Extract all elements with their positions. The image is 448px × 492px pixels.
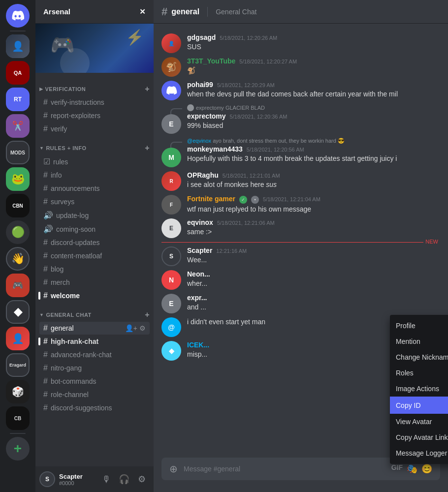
avatar[interactable]: E	[161, 218, 181, 238]
channel-report-exploiters[interactable]: # report-exploiters	[39, 109, 150, 122]
server-name: Arsenal	[43, 7, 70, 16]
channel-content-meatloaf[interactable]: # content-meatloaf	[39, 249, 150, 262]
server-icon-red[interactable]: 👤	[6, 327, 30, 350]
avatar[interactable]: E	[161, 114, 181, 134]
message-author: Fortnite gamer	[187, 195, 235, 203]
discord-home-icon[interactable]	[6, 4, 30, 28]
settings-button[interactable]: ⚙	[134, 471, 150, 487]
context-menu-item-view-avatar[interactable]: View Avatar	[390, 414, 448, 430]
message-group: N Neon... wher...	[154, 268, 448, 292]
avatar[interactable]: F	[161, 195, 181, 215]
context-menu-label: View Avatar	[396, 418, 432, 426]
channel-info[interactable]: # info	[39, 169, 150, 182]
category-rules-info[interactable]: ▼ RULES + INFO +	[35, 136, 154, 154]
message-text: SUS	[187, 42, 440, 52]
channel-update-log[interactable]: 🔊 update-log	[39, 209, 150, 222]
server-icon-purple[interactable]: ✂️	[6, 114, 30, 138]
server-icon-qa[interactable]: QA	[6, 61, 30, 85]
deafen-button[interactable]: 🎧	[116, 471, 132, 487]
speaker-icon: 🔊	[43, 211, 53, 220]
add-member-icon[interactable]: 👤+	[125, 324, 137, 332]
settings-icon[interactable]: ⚙	[139, 324, 146, 332]
unread-indicator	[38, 292, 40, 300]
category-add-button[interactable]: +	[145, 85, 150, 93]
avatar[interactable]: 👤	[161, 33, 181, 53]
category-verification[interactable]: ▶ VERIFICATION +	[35, 77, 154, 95]
message-timestamp: 5/18/2021, 12:21:01 AM	[223, 173, 280, 179]
server-icon-roblox[interactable]: 🎲	[6, 380, 30, 403]
channel-name: discord-updates	[51, 239, 100, 246]
avatar[interactable]	[161, 81, 181, 100]
server-banner-image: 🎮 ⚡	[35, 24, 154, 73]
avatar[interactable]: 🐒	[161, 57, 181, 77]
hash-icon: #	[43, 278, 48, 287]
channel-merch[interactable]: # merch	[39, 276, 150, 289]
channel-bot-commands[interactable]: # bot-commands	[39, 375, 150, 388]
context-menu-item-copy-id[interactable]: Copy ID 👆	[390, 397, 448, 414]
server-icon-cb[interactable]: CB	[6, 406, 30, 430]
avatar[interactable]: E	[161, 294, 181, 313]
channel-coming-soon[interactable]: 🔊 coming-soon	[39, 222, 150, 236]
channel-general[interactable]: # general 👤+ ⚙	[39, 322, 150, 335]
server-icon-cbn[interactable]: CBN	[6, 194, 30, 217]
context-menu-item-profile[interactable]: Profile	[390, 318, 448, 334]
channel-rules[interactable]: ☑ rules	[39, 155, 150, 168]
channel-advanced-rank-chat[interactable]: # advanced-rank-chat	[39, 348, 150, 361]
avatar[interactable]: N	[161, 270, 181, 290]
server-icon-hh[interactable]: 🎮	[6, 274, 30, 297]
context-menu-item-roles[interactable]: Roles ›	[390, 365, 448, 381]
channel-verify[interactable]: # verify	[39, 123, 150, 135]
sticker-icon[interactable]: 🎭	[407, 463, 417, 474]
avatar[interactable]: M	[161, 148, 181, 167]
message-group: pohai99 5/18/2021, 12:20:29 AM when the …	[154, 79, 448, 102]
user-avatar[interactable]: S	[39, 471, 55, 487]
category-rules-add-button[interactable]: +	[145, 144, 150, 153]
gif-icon[interactable]: GIF	[391, 463, 403, 474]
server-icon-diamond[interactable]: ◆	[6, 300, 30, 324]
message-text: 🐒	[187, 66, 440, 76]
avatar[interactable]: @	[161, 317, 181, 337]
server-icon-1[interactable]: 👤	[6, 34, 30, 58]
category-general-chat[interactable]: ▼ GENERAL CHAT +	[35, 303, 154, 321]
server-icon-frog[interactable]: 🐸	[6, 167, 30, 191]
reply-indicator: @eqvinox	[187, 138, 211, 144]
server-icon-active[interactable]: 🟢	[6, 220, 30, 244]
avatar[interactable]: R	[161, 171, 181, 191]
category-general-add-button[interactable]: +	[145, 310, 150, 319]
channel-nitro-gang[interactable]: # nitro-gang	[39, 362, 150, 374]
context-menu-label: Roles	[396, 369, 414, 377]
context-menu-item-message-logger[interactable]: Message Logger ›	[390, 445, 448, 461]
channel-announcements[interactable]: # announcements	[39, 182, 150, 195]
context-menu: Profile Mention Change Nickname Roles › …	[390, 315, 448, 464]
category-rules-label: ▼ RULES + INFO	[39, 145, 87, 151]
channel-blog[interactable]: # blog	[39, 263, 150, 276]
avatar[interactable]: S	[161, 246, 181, 266]
channel-welcome[interactable]: # welcome	[39, 289, 150, 302]
context-menu-item-image-actions[interactable]: Image Actions ›	[390, 381, 448, 397]
emoji-icon[interactable]: 😊	[421, 463, 432, 474]
channel-role-channel[interactable]: # role-channel	[39, 388, 150, 401]
avatar[interactable]: ◆	[161, 341, 181, 361]
server-icon-mods[interactable]: MODS	[6, 141, 30, 164]
message-text: and ...	[187, 303, 440, 312]
message-text: same :>	[187, 227, 440, 237]
channel-surveys[interactable]: # surveys	[39, 195, 150, 208]
channel-verify-instructions[interactable]: # verify-instructions	[39, 96, 150, 109]
server-icon-eragard[interactable]: Eragard	[6, 353, 30, 377]
context-menu-item-mention[interactable]: Mention	[390, 334, 448, 349]
message-content: Scapter 12:21:16 AM Wee...	[187, 246, 440, 266]
server-header[interactable]: Arsenal ✕	[35, 0, 154, 24]
mute-button[interactable]: 🎙	[98, 471, 114, 487]
channel-high-rank-chat[interactable]: # high-rank-chat	[39, 335, 150, 348]
channel-discord-suggestions[interactable]: # discord-suggestions	[39, 401, 150, 414]
message-author: expr...	[187, 294, 207, 302]
add-server-button[interactable]: +	[6, 437, 30, 461]
context-menu-item-change-nickname[interactable]: Change Nickname	[390, 349, 448, 365]
context-menu-item-copy-avatar-link[interactable]: Copy Avatar Link	[390, 430, 448, 445]
server-icon-rt[interactable]: RT	[6, 88, 30, 111]
server-icon-wave[interactable]: 👋	[6, 247, 30, 271]
add-attachment-icon[interactable]: ⊕	[169, 463, 178, 475]
message-author: gdgsagd	[187, 33, 216, 41]
message-text: i see alot of monkes here sus	[187, 180, 440, 190]
channel-discord-updates[interactable]: # discord-updates	[39, 236, 150, 249]
